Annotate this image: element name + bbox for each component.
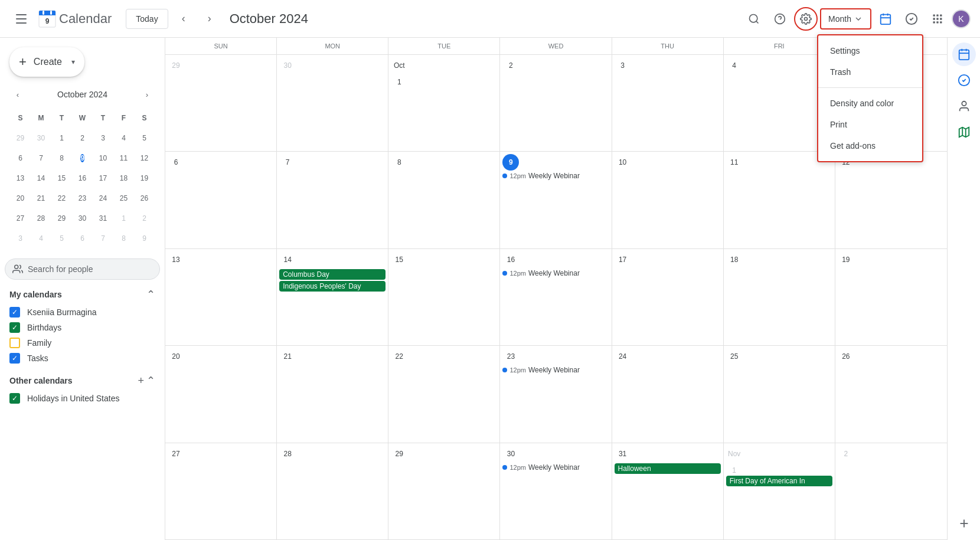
create-button[interactable]: + Create ▾ xyxy=(9,47,84,77)
apps-button[interactable] xyxy=(926,7,949,31)
day-number[interactable]: 15 xyxy=(391,251,407,268)
day-number[interactable]: 3 xyxy=(615,57,631,74)
dropdown-item-settings[interactable]: Settings xyxy=(818,40,922,61)
tasks-header-button[interactable] xyxy=(900,7,923,31)
day-number[interactable]: 19 xyxy=(838,251,854,268)
day-number[interactable]: Nov 1 xyxy=(726,446,743,462)
calendar-cell[interactable]: 28 xyxy=(277,443,388,540)
mini-cal-day[interactable]: 26 xyxy=(135,189,154,208)
search-button[interactable] xyxy=(742,7,766,31)
day-number[interactable]: 2 xyxy=(838,446,854,462)
day-number[interactable]: 29 xyxy=(168,57,184,74)
search-people-field[interactable]: Search for people xyxy=(5,258,160,280)
day-number[interactable]: 8 xyxy=(391,154,407,171)
mini-cal-day[interactable]: 29 xyxy=(52,209,71,228)
calendar-cell[interactable]: 24 xyxy=(612,346,724,443)
calendar-item-family[interactable]: Family xyxy=(0,335,165,351)
calendar-cell[interactable]: 29 xyxy=(165,55,277,152)
right-calendar-button[interactable] xyxy=(952,42,976,66)
day-number[interactable]: 6 xyxy=(168,154,184,171)
expand-right-panel-button[interactable] xyxy=(952,512,976,535)
calendar-cell[interactable]: 11 xyxy=(724,152,835,248)
calendar-cell[interactable]: 27 xyxy=(165,443,277,540)
day-number[interactable]: 21 xyxy=(279,348,296,365)
mini-cal-day[interactable]: 6 xyxy=(73,229,92,248)
calendar-cell[interactable]: 22 xyxy=(388,346,500,443)
calendar-cell[interactable]: 14Columbus DayIndigenous Peoples' Day xyxy=(277,249,388,346)
mini-cal-day[interactable]: 9 xyxy=(73,149,92,168)
mini-cal-day[interactable]: 1 xyxy=(52,129,71,148)
hamburger-button[interactable] xyxy=(9,7,33,31)
mini-cal-day[interactable]: 22 xyxy=(52,189,71,208)
day-number[interactable]: 23 xyxy=(502,348,519,365)
user-avatar[interactable]: K xyxy=(952,9,971,28)
day-number[interactable]: 31 xyxy=(615,446,631,462)
other-calendars-header[interactable]: Other calendars + ⌃ xyxy=(0,371,165,391)
calendar-cell[interactable]: 13 xyxy=(165,249,277,346)
mini-cal-day[interactable]: 4 xyxy=(114,129,133,148)
dropdown-item-addons[interactable]: Get add-ons xyxy=(818,135,922,156)
mini-cal-day[interactable]: 17 xyxy=(93,169,113,188)
calendar-cell[interactable]: 3 xyxy=(612,55,724,152)
calendar-item-tasks[interactable]: ✓ Tasks xyxy=(0,351,165,366)
mini-cal-day[interactable]: 21 xyxy=(31,189,51,208)
view-selector-button[interactable]: Month xyxy=(820,8,871,30)
calendar-cell[interactable]: 8 xyxy=(388,152,500,248)
mini-cal-day[interactable]: 20 xyxy=(11,189,30,208)
help-button[interactable] xyxy=(768,7,792,31)
calendar-event-block[interactable]: Indigenous Peoples' Day xyxy=(279,281,386,292)
mini-cal-day[interactable]: 30 xyxy=(31,129,51,148)
day-number[interactable]: 11 xyxy=(726,154,743,171)
day-number[interactable]: 26 xyxy=(838,348,854,365)
day-number[interactable]: 7 xyxy=(279,154,296,171)
mini-cal-day[interactable]: 13 xyxy=(11,169,30,188)
mini-cal-day[interactable]: 31 xyxy=(93,209,113,228)
calendar-item-birthdays[interactable]: ✓ Birthdays xyxy=(0,320,165,335)
mini-cal-day[interactable]: 8 xyxy=(114,229,133,248)
day-number[interactable]: 4 xyxy=(726,57,743,74)
calendar-cell[interactable]: 6 xyxy=(165,152,277,248)
calendar-cell[interactable]: 25 xyxy=(724,346,835,443)
mini-cal-day[interactable]: 15 xyxy=(52,169,71,188)
day-number[interactable]: 13 xyxy=(168,251,184,268)
add-other-calendar-button[interactable]: + xyxy=(138,375,144,387)
prev-month-button[interactable]: ‹ xyxy=(173,8,194,30)
day-number[interactable]: 25 xyxy=(726,348,743,365)
calendar-cell[interactable]: 2312pm Weekly Webinar xyxy=(500,346,612,443)
calendar-cell[interactable]: 2 xyxy=(835,443,947,540)
today-button[interactable]: Today xyxy=(126,9,168,29)
mini-cal-day[interactable]: 6 xyxy=(11,149,30,168)
mini-cal-day[interactable]: 5 xyxy=(52,229,71,248)
mini-cal-day[interactable]: 16 xyxy=(73,169,92,188)
day-number[interactable]: 2 xyxy=(502,57,519,74)
mini-cal-day[interactable]: 7 xyxy=(93,229,113,248)
calendar-cell[interactable]: 2 xyxy=(500,55,612,152)
day-number[interactable]: 27 xyxy=(168,446,184,462)
mini-cal-day[interactable]: 3 xyxy=(93,129,113,148)
mini-cal-day[interactable]: 10 xyxy=(93,149,113,168)
calendar-cell[interactable]: 7 xyxy=(277,152,388,248)
mini-cal-day[interactable]: 24 xyxy=(93,189,113,208)
calendar-cell[interactable]: 26 xyxy=(835,346,947,443)
right-tasks-button[interactable] xyxy=(952,68,976,92)
mini-cal-day[interactable]: 27 xyxy=(11,209,30,228)
day-number[interactable]: 20 xyxy=(168,348,184,365)
calendar-event-block[interactable]: First Day of American In xyxy=(726,476,832,486)
calendar-cell[interactable]: 18 xyxy=(724,249,835,346)
day-number[interactable]: 18 xyxy=(726,251,743,268)
mini-cal-day[interactable]: 29 xyxy=(11,129,30,148)
mini-cal-day[interactable]: 30 xyxy=(73,209,92,228)
mini-cal-day[interactable]: 7 xyxy=(31,149,51,168)
day-number[interactable]: 29 xyxy=(391,446,407,462)
day-number[interactable]: 10 xyxy=(615,154,631,171)
my-calendars-header[interactable]: My calendars ⌃ xyxy=(0,284,165,305)
next-month-button[interactable]: › xyxy=(199,8,220,30)
calendar-cell[interactable]: 912pm Weekly Webinar xyxy=(500,152,612,248)
mini-cal-day[interactable]: 18 xyxy=(114,169,133,188)
calendar-cell[interactable]: Nov 1First Day of American In xyxy=(724,443,835,540)
day-number[interactable]: 30 xyxy=(279,57,296,74)
calendar-cell[interactable]: 15 xyxy=(388,249,500,346)
settings-gear-button[interactable] xyxy=(794,7,818,31)
calendar-cell[interactable]: 3012pm Weekly Webinar xyxy=(500,443,612,540)
mini-cal-day[interactable]: 2 xyxy=(73,129,92,148)
